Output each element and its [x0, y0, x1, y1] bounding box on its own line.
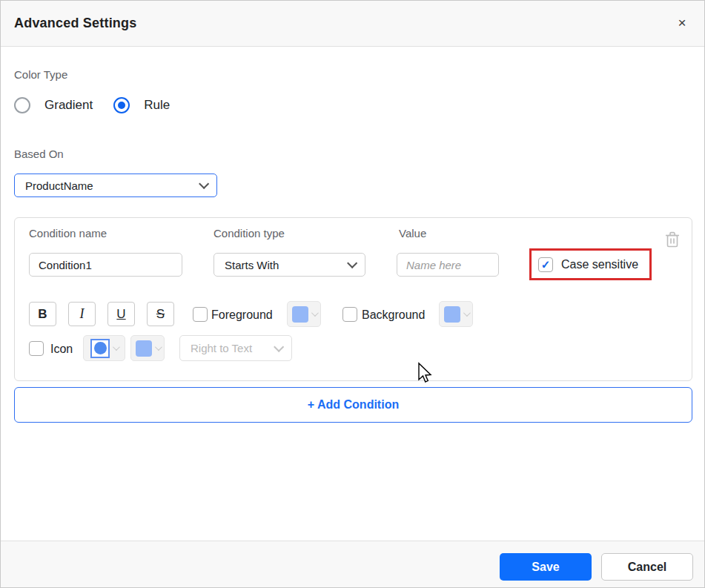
based-on-label: Based On — [14, 148, 64, 160]
background-color-swatch — [444, 306, 460, 323]
close-icon: × — [678, 15, 686, 31]
radio-rule-icon[interactable] — [113, 97, 130, 113]
strikethrough-button[interactable]: S — [147, 302, 174, 326]
icon-checkbox[interactable] — [29, 341, 44, 356]
strikethrough-icon: S — [156, 307, 165, 322]
icon-shape-swatch — [90, 339, 110, 358]
cancel-label: Cancel — [628, 561, 666, 573]
radio-option-rule[interactable]: Rule — [113, 97, 170, 113]
close-button[interactable]: × — [670, 11, 694, 35]
icon-color-dropdown[interactable] — [130, 335, 165, 361]
based-on-select[interactable]: ProductName — [14, 174, 217, 197]
radio-rule-label: Rule — [144, 98, 170, 113]
condition-type-value: Starts With — [225, 259, 347, 271]
value-input[interactable] — [397, 253, 499, 277]
background-checkbox[interactable] — [342, 307, 357, 322]
chevron-down-icon — [463, 309, 470, 317]
add-condition-label: + Add Condition — [308, 398, 399, 412]
based-on-value: ProductName — [25, 179, 199, 192]
value-label: Value — [399, 227, 426, 240]
condition-panel: Condition name Condition type Value Star… — [14, 217, 692, 381]
checkmark-icon: ✓ — [541, 258, 551, 271]
background-color-dropdown[interactable] — [439, 301, 473, 327]
italic-button[interactable]: I — [68, 302, 96, 326]
foreground-checkbox[interactable] — [193, 307, 208, 322]
condition-type-select[interactable]: Starts With — [214, 253, 365, 277]
condition-name-input[interactable] — [29, 253, 182, 277]
case-sensitive-highlight: ✓ Case sensitive — [529, 248, 652, 280]
background-label: Background — [362, 308, 425, 322]
dialog-header: Advanced Settings × — [1, 1, 704, 47]
foreground-color-swatch — [292, 306, 308, 323]
bold-icon: B — [38, 307, 47, 322]
icon-position-select[interactable]: Right to Text — [179, 335, 292, 361]
italic-icon: I — [80, 306, 85, 322]
color-type-label: Color Type — [14, 68, 67, 81]
dialog-footer: Save Cancel — [1, 541, 704, 588]
foreground-color-dropdown[interactable] — [287, 301, 321, 327]
chevron-down-icon — [347, 258, 357, 268]
case-sensitive-checkbox[interactable]: ✓ — [538, 257, 553, 272]
circle-icon — [94, 342, 107, 354]
icon-position-value: Right to Text — [191, 342, 274, 354]
chevron-down-icon — [274, 341, 284, 351]
chevron-down-icon — [199, 179, 209, 189]
bold-button[interactable]: B — [29, 302, 56, 326]
radio-gradient-label: Gradient — [44, 98, 93, 113]
case-sensitive-label: Case sensitive — [561, 258, 638, 271]
dialog-title: Advanced Settings — [14, 16, 136, 31]
save-label: Save — [532, 561, 559, 573]
icon-color-swatch — [136, 340, 152, 357]
delete-condition-button[interactable] — [664, 231, 681, 248]
icon-shape-dropdown[interactable] — [83, 335, 125, 361]
radio-gradient-icon[interactable] — [14, 97, 30, 113]
underline-icon: U — [116, 307, 125, 322]
chevron-down-icon — [154, 343, 162, 351]
save-button[interactable]: Save — [500, 553, 592, 581]
foreground-label: Foreground — [211, 308, 273, 322]
advanced-settings-dialog: Advanced Settings × Color Type Gradient … — [0, 0, 705, 588]
cancel-button[interactable]: Cancel — [601, 553, 693, 581]
icon-label: Icon — [50, 343, 73, 356]
add-condition-button[interactable]: + Add Condition — [14, 387, 692, 423]
color-type-radio-group: Gradient Rule — [14, 94, 170, 116]
chevron-down-icon — [113, 343, 120, 351]
condition-name-label: Condition name — [29, 227, 107, 240]
chevron-down-icon — [311, 309, 318, 317]
radio-option-gradient[interactable]: Gradient — [14, 97, 93, 113]
underline-button[interactable]: U — [107, 302, 135, 326]
condition-type-label: Condition type — [214, 227, 285, 240]
